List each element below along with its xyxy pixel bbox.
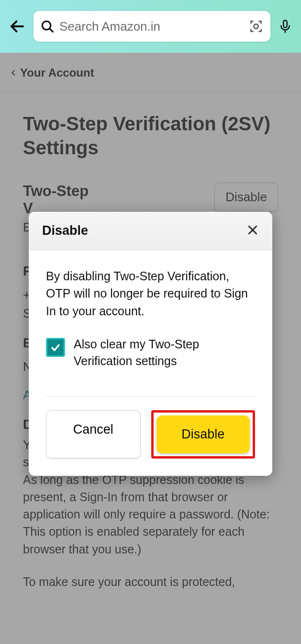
modal-body: By disabling Two-Step Verification, OTP … xyxy=(29,250,272,383)
clear-settings-checkbox[interactable] xyxy=(46,338,65,357)
lens-icon[interactable] xyxy=(248,19,264,34)
checkmark-icon xyxy=(50,342,61,353)
svg-line-2 xyxy=(50,29,53,32)
disable-2sv-modal: Disable By disabling Two-Step Verificati… xyxy=(29,212,272,476)
svg-rect-4 xyxy=(283,21,287,28)
modal-message: By disabling Two-Step Verification, OTP … xyxy=(46,267,255,320)
arrow-left-icon xyxy=(9,18,26,35)
microphone-icon xyxy=(278,18,292,34)
top-search-bar: Search Amazon.in xyxy=(0,0,301,53)
voice-search-button[interactable] xyxy=(275,18,295,34)
back-button[interactable] xyxy=(6,18,29,35)
search-box[interactable]: Search Amazon.in xyxy=(33,11,270,42)
modal-title: Disable xyxy=(42,223,88,238)
search-icon xyxy=(40,19,55,34)
modal-header: Disable xyxy=(29,212,272,250)
search-placeholder: Search Amazon.in xyxy=(59,19,248,34)
close-icon xyxy=(246,224,259,236)
confirm-button-highlight: Disable xyxy=(151,410,256,459)
svg-point-3 xyxy=(254,24,258,28)
cancel-button[interactable]: Cancel xyxy=(46,410,141,459)
confirm-disable-button[interactable]: Disable xyxy=(156,415,250,453)
clear-settings-label: Also clear my Two-Step Verification sett… xyxy=(74,336,255,369)
modal-close-button[interactable] xyxy=(246,224,259,238)
modal-actions: Cancel Disable xyxy=(29,397,272,476)
